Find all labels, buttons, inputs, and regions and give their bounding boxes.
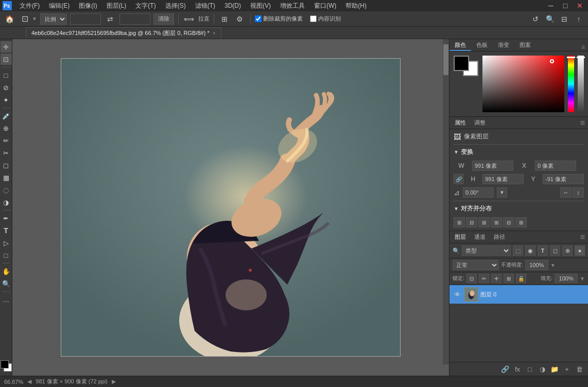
width-value[interactable] — [472, 161, 513, 171]
close-btn[interactable]: ✕ — [574, 0, 586, 11]
filter-smart-btn[interactable]: ⊕ — [562, 245, 573, 256]
properties-menu-btn[interactable]: ≡ — [580, 118, 585, 128]
new-layer-btn[interactable]: + — [561, 364, 573, 374]
menu-select[interactable]: 选择(S) — [161, 1, 190, 11]
delete-layer-btn[interactable]: 🗑 — [574, 364, 585, 374]
menu-3d[interactable]: 3D(D) — [220, 1, 245, 10]
lock-all-btn[interactable]: 🔒 — [516, 274, 526, 283]
lock-position-btn[interactable]: ✛ — [491, 274, 501, 283]
menu-plugins[interactable]: 增效工具 — [276, 1, 309, 11]
foreground-color[interactable] — [1, 360, 9, 368]
y-value[interactable] — [543, 174, 584, 184]
foreground-color-swatch[interactable] — [454, 56, 469, 71]
brush-tool[interactable]: ✏ — [1, 135, 12, 146]
pen-tool[interactable]: ✒ — [1, 213, 12, 224]
search-btn[interactable]: 🔍 — [544, 13, 556, 25]
document-tab[interactable]: 4eb6c08e24ec971fdf05215695fbd9ba.jpg @ 6… — [26, 27, 221, 39]
dodge-tool[interactable]: ◑ — [1, 197, 12, 208]
layer-item-0[interactable]: 👁 图层 0 — [449, 285, 588, 304]
filter-toggle-btn[interactable]: ● — [575, 245, 585, 256]
align-right-btn[interactable]: ⊞ — [478, 217, 490, 227]
lock-pixels-btn[interactable]: ⊡ — [466, 274, 477, 283]
opacity-input[interactable] — [525, 260, 548, 270]
height-value[interactable] — [482, 174, 524, 184]
more-tools-btn[interactable]: … — [1, 294, 12, 305]
menu-edit[interactable]: 编辑(E) — [45, 1, 74, 11]
flip-h-btn[interactable]: ↔ — [560, 187, 572, 198]
fill-input[interactable] — [555, 274, 578, 283]
layer-visibility-toggle[interactable]: 👁 — [453, 290, 462, 299]
magic-wand-tool[interactable]: ✦ — [1, 94, 12, 105]
menu-file[interactable]: 文件(F) — [15, 1, 44, 11]
content-aware-checkbox[interactable]: 内容识别 — [310, 15, 341, 23]
grid-icon[interactable]: ⊞ — [218, 13, 231, 25]
blur-tool[interactable]: ◌ — [1, 184, 12, 196]
filter-adjust-btn[interactable]: ◉ — [525, 245, 535, 256]
layers-filter-select[interactable]: 类型 — [462, 245, 511, 256]
swap-icon[interactable]: ⇄ — [104, 13, 116, 25]
filter-shape-btn[interactable]: ◻ — [550, 245, 560, 256]
align-center-h-btn[interactable]: ⊟ — [466, 217, 477, 227]
tab-layers[interactable]: 图层 — [453, 232, 468, 242]
crop-icon[interactable]: ⊡ — [19, 13, 31, 25]
filter-pixel-btn[interactable]: ⬚ — [513, 245, 523, 256]
tab-color[interactable]: 颜色 — [449, 40, 471, 51]
undo-btn[interactable]: ↺ — [529, 13, 542, 25]
new-adjustment-btn[interactable]: ◑ — [537, 364, 548, 374]
canvas-area[interactable] — [12, 39, 449, 376]
layer-mask-btn[interactable]: □ — [524, 364, 535, 374]
transform-arrow[interactable]: ▼ — [454, 149, 459, 155]
zoom-tool[interactable]: 🔍 — [1, 278, 12, 289]
menu-view[interactable]: 视图(V) — [246, 1, 275, 11]
layers-menu-btn[interactable]: ≡ — [580, 233, 585, 242]
move-tool[interactable]: ✛ — [1, 41, 12, 52]
status-next-btn[interactable]: ▶ — [112, 378, 116, 385]
settings-icon[interactable]: ⚙ — [234, 13, 246, 25]
align-center-v-btn[interactable]: ⊟ — [503, 217, 514, 227]
crop-tool[interactable]: ⊡ — [1, 54, 12, 65]
angle-dropdown[interactable]: ▼ — [497, 187, 507, 198]
link-layers-btn[interactable]: 🔗 — [499, 364, 511, 374]
lock-draw-btn[interactable]: ✏ — [479, 274, 489, 283]
align-top-btn[interactable]: ⊞ — [491, 217, 502, 227]
clone-stamp-tool[interactable]: ✂ — [1, 147, 12, 159]
menu-filter[interactable]: 滤镜(T) — [191, 1, 219, 11]
fill-dropdown[interactable]: ▼ — [580, 276, 585, 282]
straighten-icon[interactable]: ⟺ — [183, 13, 195, 25]
blend-mode-select[interactable]: 正常 — [453, 260, 499, 270]
new-group-btn[interactable]: 📁 — [549, 364, 560, 374]
width-input[interactable] — [70, 13, 101, 25]
menu-window[interactable]: 窗口(W) — [310, 1, 340, 11]
menu-image[interactable]: 图像(I) — [75, 1, 101, 11]
align-bottom-btn[interactable]: ⊞ — [515, 217, 527, 227]
scrollbar-thumb[interactable] — [443, 44, 448, 75]
maximize-btn[interactable]: □ — [559, 0, 572, 11]
canvas-image[interactable] — [61, 58, 401, 357]
ratio-select[interactable]: 比例 — [40, 13, 67, 25]
filter-text-btn[interactable]: T — [538, 245, 548, 256]
tab-swatches[interactable]: 色板 — [471, 40, 493, 51]
minimize-btn[interactable]: ─ — [545, 0, 557, 11]
healing-tool[interactable]: ⊕ — [1, 122, 12, 134]
align-left-btn[interactable]: ⊞ — [454, 217, 465, 227]
hand-tool[interactable]: ✋ — [1, 266, 12, 277]
flip-v-btn[interactable]: ↕ — [573, 187, 584, 198]
gradient-tool[interactable]: ▦ — [1, 172, 12, 183]
lock-aspect-btn[interactable]: 🔗 — [454, 174, 463, 184]
marquee-tool[interactable]: □ — [1, 69, 12, 81]
path-selection-tool[interactable]: ▷ — [1, 237, 12, 249]
status-prev-btn[interactable]: ◀ — [27, 378, 31, 385]
home-btn[interactable]: 🏠 — [3, 13, 15, 25]
arrange-btn[interactable]: ⊟ — [558, 13, 570, 25]
lasso-tool[interactable]: ⊘ — [1, 82, 12, 93]
tab-adjustments[interactable]: 调整 — [472, 118, 488, 128]
lock-artboard-btn[interactable]: ⊞ — [504, 274, 514, 283]
tab-properties[interactable]: 属性 — [453, 118, 468, 128]
delete-cropped-checkbox[interactable]: 删除裁剪的像素 — [255, 15, 303, 23]
x-value[interactable] — [535, 161, 576, 171]
opacity-dropdown[interactable]: ▼ — [550, 262, 556, 268]
angle-input[interactable] — [463, 187, 494, 198]
tab-patterns[interactable]: 图案 — [514, 40, 536, 51]
tab-paths[interactable]: 路径 — [492, 232, 507, 242]
menu-layer[interactable]: 图层(L) — [102, 1, 131, 11]
